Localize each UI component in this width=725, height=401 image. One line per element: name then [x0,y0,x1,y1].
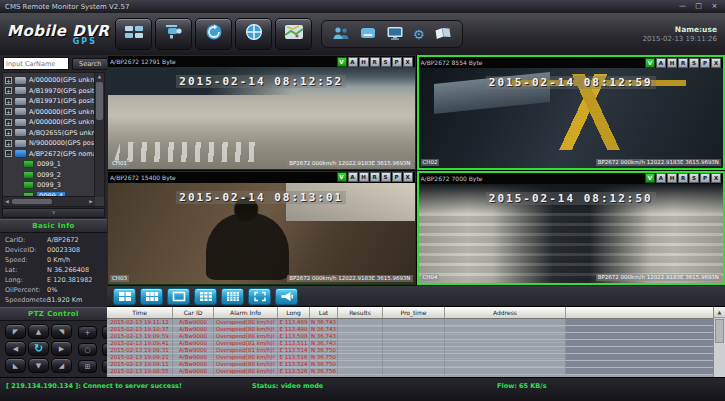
scrollbar-thumb[interactable] [12,199,52,204]
video-flag-R-button[interactable]: R [370,172,380,182]
layout-single-button[interactable] [167,288,190,305]
video-flag-H-button[interactable]: H [667,58,677,68]
ptz-right-button[interactable]: ▶ [51,341,72,356]
layout-nine-button[interactable] [194,288,217,305]
video-flag-S-button[interactable]: S [689,58,699,68]
scroll-up-icon[interactable]: ▲ [95,73,104,81]
search-input[interactable] [3,57,69,70]
video-flag-R-button[interactable]: R [678,58,688,68]
expand-box-icon[interactable]: + [5,108,12,115]
scroll-left-icon[interactable]: ◀ [3,199,11,204]
minimize-icon[interactable]: — [676,2,689,11]
table-scrollbar[interactable]: ▲ [713,307,725,378]
column-header[interactable]: Results [338,307,383,318]
ptz-down-left-button[interactable]: ◣ [5,358,26,373]
scrollbar-thumb[interactable] [715,319,724,343]
broadcast-megaphone-button[interactable] [275,288,298,305]
tree-item-channel[interactable]: 0099_2 [4,170,94,181]
column-header[interactable]: Lat [310,307,338,318]
log-book-icon[interactable] [434,25,452,44]
column-header[interactable]: Long [278,307,310,318]
video-cell-1[interactable]: A/BP2672 12791 Byte VAHRSPX 2015-02-14 0… [107,55,416,170]
fullscreen-button[interactable] [248,288,271,305]
layout-quad-button[interactable] [113,288,136,305]
tree-item-vehicle[interactable]: +A/000000(GPS unknown) [4,75,94,86]
expand-box-icon[interactable]: + [5,140,12,147]
video-flag-V-button[interactable]: V [645,58,655,68]
layout-sixteen-button[interactable] [221,288,244,305]
video-flag-H-button[interactable]: H [359,57,369,67]
video-flag-H-button[interactable]: H [359,172,369,182]
scroll-right-icon[interactable]: ▶ [87,199,95,204]
column-header[interactable]: Car ID [173,307,214,318]
video-cell-3[interactable]: A/BP2672 15400 Byte VAHRSPX 2015-02-14 0… [107,171,416,286]
alarm-row[interactable]: 2015-02-13 19:09:21A/Bw9000Overspeed(80 … [107,354,714,361]
column-header[interactable]: Address [445,307,566,318]
restore-icon[interactable]: □ [692,2,705,11]
column-header[interactable] [566,307,714,318]
ptz-up-button[interactable]: ▲ [28,324,49,339]
ptz-down-right-button[interactable]: ◢ [51,358,72,373]
ptz-left-button[interactable]: ◀ [5,341,26,356]
video-frame[interactable]: 2015-02-14 08:12:52 CH01 BP2672 000km/h … [108,67,415,169]
users-icon[interactable] [332,25,350,44]
video-flag-V-button[interactable]: V [337,172,347,182]
video-flag-A-button[interactable]: A [348,172,358,182]
alarm-row[interactable]: 2015-02-13 19:08:55A/Bw9000Overspeed(80 … [107,368,714,375]
tree-horizontal-scrollbar[interactable]: ◀ ▶ [3,196,95,206]
video-flag-X-button[interactable]: X [711,58,721,68]
message-icon[interactable] [359,25,377,44]
ptz-up-right-button[interactable]: ◥ [51,324,72,339]
ptz-camera-button[interactable] [155,18,192,50]
ptz-auto-button[interactable]: ↻ [28,341,49,356]
tree-vertical-scrollbar[interactable]: ▲ [94,73,104,197]
video-flag-P-button[interactable]: P [392,57,402,67]
video-cell-4[interactable]: A/BP2672 7000 Byte VAHRSPX 2015-02-14 08… [417,171,725,286]
video-flag-A-button[interactable]: A [656,173,666,183]
video-flag-V-button[interactable]: V [645,173,655,183]
collapse-box-icon[interactable]: − [5,150,12,157]
expand-box-icon[interactable]: + [5,98,12,105]
layout-six-button[interactable] [140,288,163,305]
tree-item-vehicle[interactable]: +A/000000(GPS unknown) [4,117,94,128]
search-button[interactable]: Search [72,58,108,70]
monitor-icon[interactable] [386,25,404,44]
ptz-preset-button[interactable]: ⊞ [78,360,97,373]
playback-button[interactable] [195,18,232,50]
column-header[interactable]: Alarm Info [214,307,278,318]
alarm-row[interactable]: 2015-02-13 19:09:59A/Bw9000Overspeed(80 … [107,333,714,340]
video-frame[interactable]: 2015-02-14 08:13:01 CH03 BP2672 000km/h … [108,183,415,285]
video-cell-2[interactable]: A/BP2672 8554 Byte VAHRSPX 2015-02-14 08… [417,55,725,170]
close-icon[interactable]: × [708,2,721,11]
video-flag-P-button[interactable]: P [700,173,710,183]
tree-item-vehicle[interactable]: +A/B19971(GPS position) [4,96,94,107]
alarm-row[interactable]: 2015-02-13 19:11:12A/Bw9000Overspeed(80 … [107,319,714,326]
alarm-row[interactable]: 2015-02-13 19:09:11A/Bw9000Overspeed(80 … [107,361,714,368]
video-flag-P-button[interactable]: P [700,58,710,68]
expand-box-icon[interactable]: + [5,119,12,126]
map-button[interactable] [275,18,312,50]
video-flag-S-button[interactable]: S [381,172,391,182]
ptz-zoom-in-button[interactable]: + [78,326,97,339]
network-status-button[interactable] [235,18,272,50]
video-flag-A-button[interactable]: A [656,58,666,68]
expand-box-icon[interactable]: + [5,87,12,94]
video-flag-S-button[interactable]: S [689,173,699,183]
ptz-up-left-button[interactable]: ◤ [5,324,26,339]
tree-item-vehicle[interactable]: +A/B19970(GPS position) [4,86,94,97]
video-flag-X-button[interactable]: X [403,172,413,182]
settings-gear-icon[interactable]: ⚙ [413,28,425,41]
scroll-up-icon[interactable]: ▲ [714,307,725,318]
video-frame[interactable]: 2015-02-14 08:12:50 CH04 BP2672 000km/h … [419,184,724,284]
tree-item-channel[interactable]: 0099_3 [4,180,94,191]
multiview-button[interactable] [115,18,152,50]
ptz-focus-near-button[interactable]: ○ [78,343,97,356]
video-flag-S-button[interactable]: S [381,57,391,67]
alarm-row[interactable]: 2015-02-13 19:09:41A/Bw9000Overspeed(81 … [107,340,714,347]
expand-box-icon[interactable]: + [5,77,12,84]
tree-item-vehicle[interactable]: +N/9000000(GPS position) [4,138,94,149]
video-flag-V-button[interactable]: V [337,57,347,67]
tree-item-vehicle[interactable]: +A/000000(GPS unknown) [4,107,94,118]
video-frame[interactable]: 2015-02-14 08:12:59 CH02 BP2672 000km/h … [419,68,724,168]
tree-item-vehicle[interactable]: −A/BP2672(GPS nomal) [4,149,94,160]
